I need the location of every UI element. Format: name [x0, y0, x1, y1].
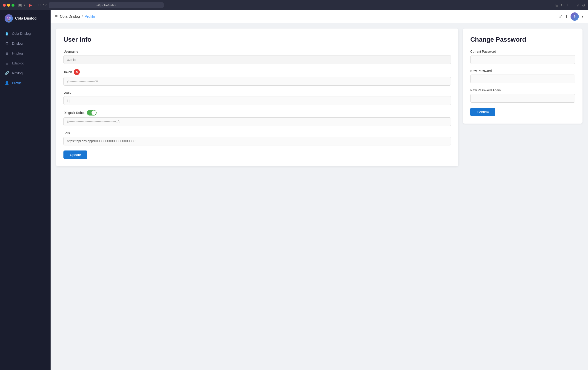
sidebar-logo: 🔮 Cola Dnslog: [0, 10, 51, 27]
logid-input[interactable]: [63, 96, 451, 105]
bark-label: Bark: [63, 131, 451, 135]
cola-dnslog-icon: 💧: [5, 31, 9, 36]
sidebar-item-ldaplog[interactable]: ⊞ Ldaplog: [0, 58, 51, 68]
dingtalk-input[interactable]: [63, 117, 451, 126]
logid-group: Logid: [63, 91, 451, 105]
font-size-icon[interactable]: T: [565, 14, 568, 19]
current-password-group: Current Password: [470, 50, 575, 64]
close-traffic-light[interactable]: [3, 4, 6, 7]
bark-group: Bark: [63, 131, 451, 145]
sidebar-item-httplog-label: Httplog: [12, 51, 23, 55]
new-password-again-group: New Password Again: [470, 88, 575, 103]
token-group: Token ↻: [63, 69, 451, 86]
sidebar-item-dnslog-label: Dnslog: [12, 41, 23, 45]
user-info-title: User Info: [63, 36, 451, 43]
refresh-icon[interactable]: ↻: [561, 3, 564, 7]
token-label: Token ↻: [63, 69, 451, 75]
user-info-card: User Info Username Token ↻ Logid: [56, 29, 458, 166]
new-password-input[interactable]: [470, 75, 575, 83]
new-password-again-input[interactable]: [470, 94, 575, 103]
play-icon: ▶: [29, 2, 32, 8]
sidebar-toggle-icon[interactable]: ▣: [18, 2, 22, 8]
menu-icon[interactable]: ≡: [55, 14, 58, 19]
breadcrumb: Cola Dnslog / Profile: [60, 14, 95, 19]
new-password-label: New Password: [470, 69, 575, 73]
chevron-down-icon[interactable]: ▾: [24, 3, 25, 7]
expand-icon[interactable]: ⤢: [559, 14, 563, 19]
sidebar-item-ldaplog-label: Ldaplog: [12, 61, 24, 65]
current-password-label: Current Password: [470, 50, 575, 53]
toolbar-icons: ⊟ ↻ ＋ ☆ ⚙: [555, 3, 585, 8]
cast-icon[interactable]: ⊟: [555, 3, 558, 7]
nav-arrows: ‹ ›: [38, 3, 41, 8]
avatar-dropdown-icon[interactable]: ▾: [582, 14, 583, 19]
shield-icon: 🛡: [43, 3, 47, 7]
ldaplog-icon: ⊞: [5, 61, 9, 65]
sidebar-item-profile-label: Profile: [12, 81, 22, 85]
new-password-again-label: New Password Again: [470, 88, 575, 92]
topbar-right: ⤢ T S ▾: [559, 12, 583, 21]
logo-icon: 🔮: [5, 14, 13, 22]
minimize-traffic-light[interactable]: [7, 4, 10, 7]
current-password-input[interactable]: [470, 55, 575, 64]
avatar-text: S: [574, 15, 576, 18]
username-group: Username: [63, 50, 451, 64]
app-name-label: Cola Dnslog: [15, 16, 37, 21]
token-refresh-button[interactable]: ↻: [74, 69, 80, 75]
sidebar-item-httplog[interactable]: ⊟ Httplog: [0, 48, 51, 58]
logid-label: Logid: [63, 91, 451, 94]
new-tab-icon[interactable]: ＋: [566, 3, 570, 8]
change-password-card: Change Password Current Password New Pas…: [463, 29, 582, 124]
breadcrumb-app-name: Cola Dnslog: [60, 14, 80, 19]
rmilog-icon: 🔗: [5, 71, 9, 75]
sidebar-item-cola-dnslog-label: Cola Dnslog: [12, 32, 31, 35]
titlebar: ▣ ▾ ▶ ‹ › 🛡 ⊟ ↻ ＋ ☆ ⚙: [0, 0, 588, 10]
username-label: Username: [63, 50, 451, 53]
dingtalk-group: Dingtalk Robot: [63, 110, 451, 126]
forward-button[interactable]: ›: [40, 3, 41, 8]
httplog-icon: ⊟: [5, 51, 9, 55]
dnslog-icon: ⚙: [5, 41, 9, 45]
settings-icon[interactable]: ⚙: [582, 3, 585, 7]
bark-input[interactable]: [63, 137, 451, 145]
token-input[interactable]: [63, 77, 451, 86]
maximize-traffic-light[interactable]: [11, 4, 14, 7]
app-layout: 🔮 Cola Dnslog 💧 Cola Dnslog ⚙ Dnslog ⊟ H…: [0, 10, 588, 370]
topbar: ≡ Cola Dnslog / Profile ⤢ T S ▾: [51, 10, 588, 23]
profile-icon: 👤: [5, 81, 9, 85]
breadcrumb-current: Profile: [84, 14, 95, 19]
url-bar[interactable]: [49, 2, 164, 8]
sidebar-item-dnslog[interactable]: ⚙ Dnslog: [0, 38, 51, 48]
sidebar: 🔮 Cola Dnslog 💧 Cola Dnslog ⚙ Dnslog ⊟ H…: [0, 10, 51, 370]
back-button[interactable]: ‹: [38, 3, 39, 8]
change-password-title: Change Password: [470, 36, 575, 43]
dingtalk-toggle[interactable]: [87, 110, 96, 116]
update-button[interactable]: Update: [63, 151, 87, 159]
new-password-group: New Password: [470, 69, 575, 83]
sidebar-item-rmilog-label: Rmilog: [12, 71, 23, 75]
content-area: User Info Username Token ↻ Logid: [51, 23, 588, 370]
breadcrumb-separator: /: [82, 14, 83, 19]
sidebar-item-cola-dnslog[interactable]: 💧 Cola Dnslog: [0, 29, 51, 38]
confirm-button[interactable]: Confirm: [470, 108, 495, 116]
sidebar-item-rmilog[interactable]: 🔗 Rmilog: [0, 68, 51, 78]
traffic-lights: [3, 4, 14, 7]
star-icon[interactable]: ☆: [577, 3, 580, 7]
main-area: ≡ Cola Dnslog / Profile ⤢ T S ▾ User Inf…: [51, 10, 588, 370]
username-input[interactable]: [63, 55, 451, 64]
sidebar-nav: 💧 Cola Dnslog ⚙ Dnslog ⊟ Httplog ⊞ Ldapl…: [0, 27, 51, 90]
dingtalk-label: Dingtalk Robot: [63, 110, 451, 116]
sidebar-item-profile[interactable]: 👤 Profile: [0, 78, 51, 88]
avatar[interactable]: S: [570, 12, 579, 21]
